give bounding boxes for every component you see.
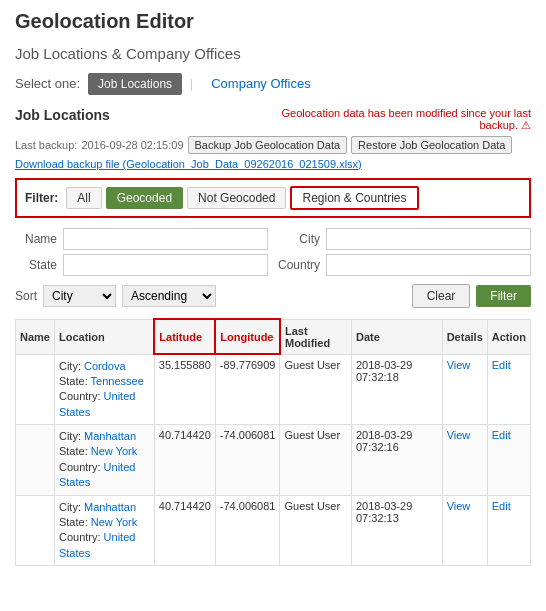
filter-all-button[interactable]: All: [66, 187, 101, 209]
sort-row: Sort City Name State Country Ascending D…: [15, 284, 531, 308]
filter-bar: Filter: All Geocoded Not Geocoded Region…: [15, 178, 531, 218]
state-label: State: [15, 258, 57, 272]
warning-message: Geolocation data has been modified since…: [251, 107, 531, 132]
name-input[interactable]: [63, 228, 268, 250]
cell-action[interactable]: Edit: [487, 495, 530, 566]
download-link[interactable]: Download backup file (Geolocation_Job_Da…: [15, 158, 531, 170]
cell-last-modified: Guest User: [280, 354, 352, 425]
select-one-row: Select one: Job Locations | Company Offi…: [15, 72, 531, 95]
state-input[interactable]: [63, 254, 268, 276]
filter-region-button[interactable]: Region & Countries: [290, 186, 418, 210]
restore-button[interactable]: Restore Job Geolocation Data: [351, 136, 512, 154]
state-field-row: State: [15, 254, 268, 276]
last-backup-label: Last backup:: [15, 139, 77, 151]
col-name: Name: [16, 319, 55, 354]
col-details: Details: [442, 319, 487, 354]
search-form: Name City State Country: [15, 228, 531, 276]
cell-longitude: -89.776909: [215, 354, 280, 425]
cell-name: [16, 425, 55, 496]
cell-action[interactable]: Edit: [487, 425, 530, 496]
page-title: Geolocation Editor: [15, 10, 531, 33]
cell-longitude: -74.006081: [215, 495, 280, 566]
cell-latitude: 40.714420: [154, 425, 215, 496]
section-title: Job Locations: [15, 107, 110, 123]
cell-location: City: CordovaState: TennesseeCountry: Un…: [54, 354, 154, 425]
company-offices-button[interactable]: Company Offices: [201, 72, 320, 95]
country-input[interactable]: [326, 254, 531, 276]
cell-date: 2018-03-29 07:32:16: [352, 425, 443, 496]
cell-details[interactable]: View: [442, 495, 487, 566]
filter-button[interactable]: Filter: [476, 285, 531, 307]
sort-label: Sort: [15, 289, 37, 303]
order-select[interactable]: Ascending Descending: [122, 285, 216, 307]
backup-button[interactable]: Backup Job Geolocation Data: [188, 136, 348, 154]
cell-date: 2018-03-29 07:32:18: [352, 354, 443, 425]
cell-date: 2018-03-29 07:32:13: [352, 495, 443, 566]
results-table: Name Location Latitude Longitude Last Mo…: [15, 318, 531, 566]
cell-name: [16, 495, 55, 566]
page-subtitle: Job Locations & Company Offices: [15, 45, 531, 62]
last-backup-value: 2016-09-28 02:15:09: [81, 139, 183, 151]
cell-location: City: ManhattanState: New YorkCountry: U…: [54, 495, 154, 566]
cell-latitude: 35.155880: [154, 354, 215, 425]
city-input[interactable]: [326, 228, 531, 250]
table-row: City: ManhattanState: New YorkCountry: U…: [16, 425, 531, 496]
clear-button[interactable]: Clear: [412, 284, 471, 308]
select-one-label: Select one:: [15, 76, 80, 91]
cell-longitude: -74.006081: [215, 425, 280, 496]
cell-location: City: ManhattanState: New YorkCountry: U…: [54, 425, 154, 496]
table-row: City: ManhattanState: New YorkCountry: U…: [16, 495, 531, 566]
cell-last-modified: Guest User: [280, 495, 352, 566]
cell-last-modified: Guest User: [280, 425, 352, 496]
section-header: Job Locations Geolocation data has been …: [15, 107, 531, 132]
sort-select[interactable]: City Name State Country: [43, 285, 116, 307]
col-latitude: Latitude: [154, 319, 215, 354]
col-action: Action: [487, 319, 530, 354]
cell-name: [16, 354, 55, 425]
city-label: City: [278, 232, 320, 246]
filter-label: Filter:: [25, 191, 58, 205]
cell-action[interactable]: Edit: [487, 354, 530, 425]
cell-details[interactable]: View: [442, 425, 487, 496]
city-field-row: City: [278, 228, 531, 250]
cell-latitude: 40.714420: [154, 495, 215, 566]
warning-icon: ⚠: [521, 119, 531, 131]
cell-details[interactable]: View: [442, 354, 487, 425]
backup-row: Last backup: 2016-09-28 02:15:09 Backup …: [15, 136, 531, 154]
divider: |: [190, 77, 193, 91]
name-label: Name: [15, 232, 57, 246]
table-row: City: CordovaState: TennesseeCountry: Un…: [16, 354, 531, 425]
col-location: Location: [54, 319, 154, 354]
filter-geocoded-button[interactable]: Geocoded: [106, 187, 183, 209]
col-longitude: Longitude: [215, 319, 280, 354]
country-field-row: Country: [278, 254, 531, 276]
job-locations-button[interactable]: Job Locations: [88, 73, 182, 95]
name-field-row: Name: [15, 228, 268, 250]
filter-not-geocoded-button[interactable]: Not Geocoded: [187, 187, 286, 209]
col-date: Date: [352, 319, 443, 354]
col-last-modified: Last Modified: [280, 319, 352, 354]
country-label: Country: [278, 258, 320, 272]
